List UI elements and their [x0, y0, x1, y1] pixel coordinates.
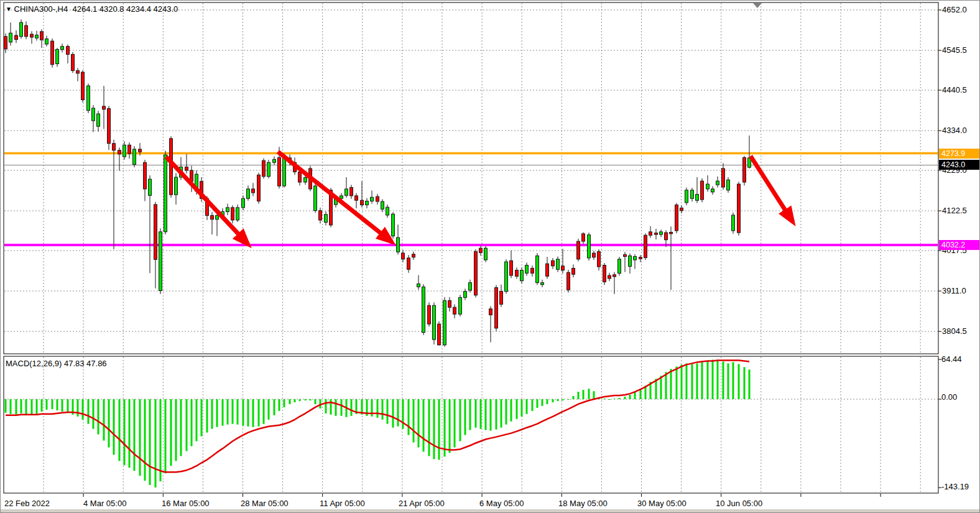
price-badge: 4273.9 [939, 149, 980, 159]
chevron-down-icon: ▼ [6, 6, 12, 12]
time-tick-label: 16 Mar 05:00 [162, 499, 210, 508]
chart-title-symbol: CHINA300-,H4 4264.1 4320.8 4234.4 4243.0 [12, 4, 178, 14]
price-tick-label: 4334.0 [942, 126, 979, 136]
price-badge: 4243.0 [939, 160, 980, 170]
price-tick-label: 3911.0 [942, 286, 979, 296]
macd-axis-zero: 0.00 [941, 392, 980, 402]
time-tick-label: 21 Apr 05:00 [399, 499, 445, 508]
status-strip [1, 509, 980, 513]
price-tick-label: 4652.0 [942, 5, 979, 15]
macd-axis-max: 64.44 [941, 354, 980, 364]
time-tick-label: 6 May 05:00 [479, 499, 524, 508]
price-tick-label: 4440.5 [942, 85, 979, 95]
chart-title: ▼ CHINA300-,H4 4264.1 4320.8 4234.4 4243… [6, 4, 178, 14]
price-badge: 4032.2 [939, 240, 980, 250]
price-tick-label: 3804.5 [942, 326, 979, 336]
time-tick-label: 28 Mar 05:00 [241, 499, 289, 508]
time-tick-label: 30 May 05:00 [637, 499, 686, 508]
time-tick-label: 22 Feb 2022 [4, 499, 50, 508]
time-tick-label: 4 Mar 05:00 [83, 499, 126, 508]
macd-axis-min: -143.19 [941, 482, 980, 492]
chart-title-ohlc: 4264.1 4320.8 4234.4 4243.0 [72, 4, 178, 14]
macd-indicator-label: MACD(12,26,9) 47.83 47.86 [6, 359, 107, 368]
price-tick-label: 4122.5 [942, 206, 979, 216]
chart-canvas[interactable] [1, 1, 980, 513]
chart-window: ▼ CHINA300-,H4 4264.1 4320.8 4234.4 4243… [0, 0, 980, 513]
time-tick-label: 11 Apr 05:00 [320, 499, 365, 508]
time-tick-label: 10 Jun 05:00 [716, 499, 762, 508]
time-tick-label: 18 May 05:00 [558, 499, 608, 508]
price-tick-label: 4545.5 [942, 45, 979, 55]
